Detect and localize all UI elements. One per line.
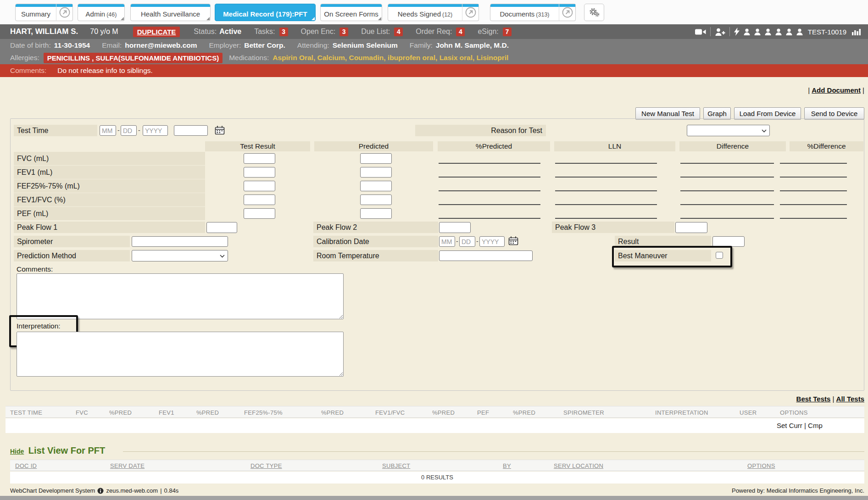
tab-summary-popout-button[interactable] (56, 4, 73, 21)
person-icon[interactable] (765, 28, 771, 35)
esign-count-badge[interactable]: 7 (503, 28, 512, 36)
tab-on-screen-forms[interactable]: On Screen Forms (320, 4, 382, 21)
graph-button[interactable]: Graph (703, 107, 731, 120)
tab-admin[interactable]: Admin(46) (78, 4, 125, 21)
tab-summary[interactable]: Summary (15, 4, 56, 21)
row-label-fvc: FVC (mL) (14, 152, 205, 165)
results-table-header-row: TEST TIME FVC %PRED FEV1 %PRED FEF25%-75… (6, 406, 864, 418)
allergies-badge[interactable]: PENICILLINS , SULFA(SULFONAMIDE ANTIBIOT… (44, 53, 223, 63)
duplicate-badge[interactable]: DUPLICATE (133, 27, 180, 37)
add-document-link[interactable]: Add Document (812, 86, 861, 94)
fev1-pct-predicted-slot (439, 177, 540, 178)
calibration-calendar-button[interactable] (508, 236, 518, 247)
cmp-link[interactable]: Cmp (808, 422, 823, 429)
result-input[interactable] (712, 236, 745, 247)
comments-bar-text: Do not release info to siblings. (57, 67, 153, 75)
person-icon[interactable] (744, 28, 750, 35)
status-label: Status: (194, 28, 217, 36)
annotation-box-best-maneuver (612, 246, 732, 267)
test-time-calendar-button[interactable] (215, 126, 225, 136)
pef-test-result-input[interactable] (244, 208, 275, 219)
peak-flow-3-input[interactable] (675, 222, 707, 233)
peak-flow-1-input[interactable] (206, 222, 237, 233)
test-time-month-input[interactable] (100, 125, 116, 136)
calibration-day-input[interactable] (459, 236, 475, 247)
fef25-75-test-result-input[interactable] (244, 181, 275, 191)
fef25-75-predicted-input[interactable] (360, 181, 392, 191)
due-list-count-badge[interactable]: 4 (394, 28, 403, 36)
tab-health-surveillance[interactable]: Health Surveillance (130, 4, 211, 21)
prediction-method-select[interactable] (132, 250, 228, 261)
popout-arrow-icon (59, 6, 71, 18)
best-tests-link[interactable]: Best Tests (796, 395, 831, 403)
medications-links[interactable]: Aspirin Oral, Calcium, Coumadin, ibuprof… (273, 54, 508, 62)
hide-link[interactable]: Hide (10, 448, 24, 455)
column-header-predicted: Predicted (314, 141, 433, 151)
allergies-label: Allergies: (10, 54, 39, 62)
add-person-icon[interactable] (715, 28, 725, 36)
order-req-count-badge[interactable]: 4 (456, 28, 465, 36)
pipe: | (833, 395, 835, 403)
person-icon[interactable] (796, 28, 803, 35)
pef-predicted-input[interactable] (360, 208, 392, 219)
bottom-bar (0, 496, 868, 500)
fev1-predicted-input[interactable] (360, 167, 392, 178)
column-header-lln: LLN (554, 141, 675, 151)
all-tests-link[interactable]: All Tests (836, 395, 864, 403)
tab-text: Needs Signed (398, 10, 441, 18)
person-icon[interactable] (786, 28, 792, 35)
tab-needs-signed[interactable]: Needs Signed(12) (388, 4, 462, 21)
room-temperature-input[interactable] (439, 250, 533, 261)
fvc-predicted-input[interactable] (360, 153, 392, 164)
doc-header-subject[interactable]: SUBJECT (382, 462, 410, 469)
doc-header-serv-location[interactable]: SERV LOCATION (554, 462, 603, 469)
open-enc-count-badge[interactable]: 3 (339, 28, 348, 36)
tab-corner-fold (378, 17, 381, 20)
tab-documents[interactable]: Documents(313) (490, 4, 559, 21)
settings-button[interactable] (584, 4, 604, 21)
footer-host[interactable]: zeus.med-web.com (106, 487, 158, 494)
fef25-75-pct-predicted-slot (439, 190, 540, 191)
peak-flow-2-input[interactable] (439, 222, 471, 233)
bar-chart-icon[interactable] (851, 28, 862, 36)
calibration-month-input[interactable] (439, 236, 455, 247)
tab-needs-signed-label: Needs Signed(12) (388, 10, 462, 18)
test-time-year-input[interactable] (143, 125, 168, 136)
fvc-test-result-input[interactable] (244, 153, 275, 164)
person-icon[interactable] (754, 28, 761, 35)
tasks-count-badge[interactable]: 3 (279, 28, 288, 36)
test-time-time-input[interactable] (174, 125, 208, 136)
person-icon[interactable] (775, 28, 782, 35)
tab-accent-bar (56, 4, 72, 7)
results-row-options: Set Curr | Cmp (777, 422, 823, 429)
spirometer-input[interactable] (132, 236, 228, 247)
doc-header-doc-type[interactable]: DOC TYPE (250, 462, 282, 469)
doc-header-doc-id[interactable]: DOC ID (15, 462, 37, 469)
send-to-device-button[interactable]: Send to Device (804, 107, 864, 120)
doc-header-serv-date[interactable]: SERV DATE (110, 462, 145, 469)
fev1-fvc-test-result-input[interactable] (244, 194, 275, 205)
fev1-test-result-input[interactable] (244, 167, 275, 178)
pipe: | (160, 487, 161, 494)
tab-medical-record[interactable]: Medical Record (179):PFT (215, 4, 316, 21)
doc-header-by[interactable]: BY (503, 462, 511, 469)
lightning-icon[interactable] (734, 28, 740, 36)
fev1-fvc-predicted-input[interactable] (360, 194, 392, 205)
reason-for-test-select[interactable] (687, 125, 770, 136)
comments-textarea[interactable] (17, 273, 344, 319)
info-icon[interactable] (97, 488, 104, 494)
employer-value: Better Corp. (244, 41, 285, 50)
load-from-device-button[interactable]: Load From Device (734, 107, 801, 120)
document-table-empty-row: 0 RESULTS (10, 472, 864, 483)
set-curr-link[interactable]: Set Curr (777, 422, 802, 429)
calibration-year-input[interactable] (479, 236, 505, 247)
tab-documents-popout-button[interactable] (559, 4, 576, 21)
test-time-day-input[interactable] (121, 125, 137, 136)
tab-needs-signed-popout-button[interactable] (462, 4, 479, 21)
email-value: horner@mieweb.com (125, 41, 197, 50)
interpretation-textarea[interactable] (17, 332, 344, 377)
fev1-difference-slot (680, 177, 774, 178)
doc-header-options[interactable]: OPTIONS (747, 462, 775, 469)
video-camera-icon[interactable] (695, 28, 706, 35)
new-manual-test-button[interactable]: New Manual Test (635, 107, 700, 120)
